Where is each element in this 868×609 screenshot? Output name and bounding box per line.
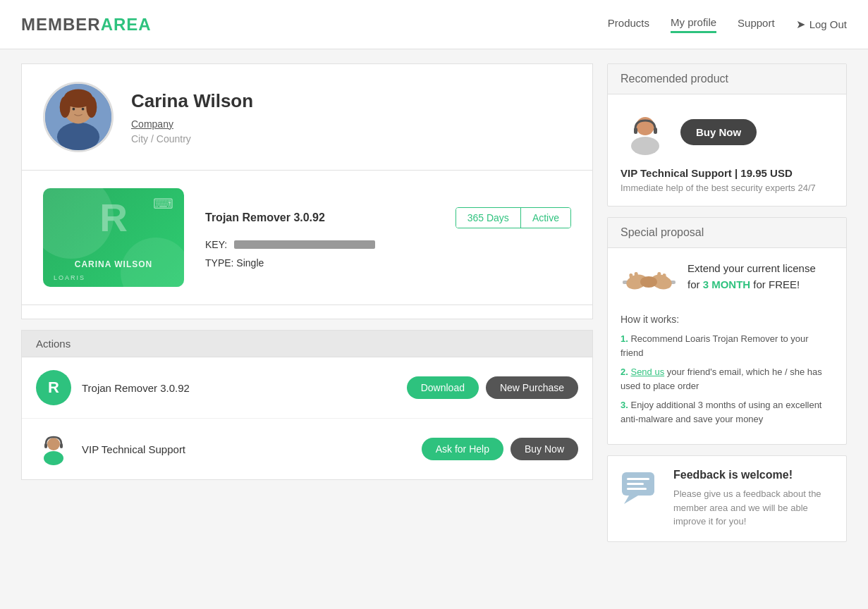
nav-support[interactable]: Support [738, 17, 775, 32]
vip-support-icon [36, 431, 71, 467]
license-key-label: KEY: [205, 239, 227, 250]
ask-for-help-button[interactable]: Ask for Help [422, 438, 503, 460]
proposal-content: Extend your current license for 3 MONTH … [621, 261, 833, 303]
avatar [43, 82, 114, 152]
license-product-name: Trojan Remover 3.0.92 [205, 211, 325, 224]
how-step-1: 1. Recommend Loaris Trojan Remover to yo… [621, 332, 833, 359]
action-row-vip: VIP Technical Support Ask for Help Buy N… [22, 419, 592, 479]
proposal-header: Special proposal [608, 218, 846, 248]
license-key-value [234, 240, 375, 249]
feedback-card: Feedback is welcome! Please give us a fe… [607, 455, 847, 542]
svg-point-22 [640, 276, 657, 288]
recommended-buy-now-button[interactable]: Buy Now [680, 119, 757, 145]
action-trojan-name: Trojan Remover 3.0.92 [82, 382, 396, 394]
logo-member-text: MEMBER [21, 15, 101, 34]
how-step-2: 2. Send us your friend's email, which he… [621, 365, 833, 393]
svg-point-10 [47, 438, 60, 450]
how-step-3: 3. Enjoy additional 3 months of using an… [621, 398, 833, 426]
step1-num: 1. [621, 333, 628, 344]
step2-num: 2. [621, 367, 628, 377]
logo: MEMBERAREA [21, 15, 152, 35]
recommended-header: Recomended product [608, 64, 846, 94]
profile-name: Carina Wilson [131, 90, 253, 112]
svg-rect-18 [654, 128, 657, 134]
feedback-desc: Please give us a feedback about the memb… [673, 487, 833, 529]
license-type-value: Single [236, 257, 264, 269]
proposal-highlight: 3 MONTH [703, 278, 751, 290]
action-vip-name: VIP Technical Support [82, 443, 411, 455]
license-days-badge: 365 Days [456, 208, 521, 228]
main-nav: Products My profile Support ➤ Log Out [608, 16, 847, 33]
new-purchase-button[interactable]: New Purchase [486, 376, 578, 399]
logout-button[interactable]: ➤ Log Out [796, 18, 847, 31]
profile-card: Carina Wilson Company City / Country [21, 63, 593, 171]
feedback-text-wrap: Feedback is welcome! Please give us a fe… [673, 469, 833, 529]
svg-point-11 [44, 451, 63, 465]
feedback-title: Feedback is welcome! [673, 469, 833, 481]
chat-icon [621, 469, 663, 511]
svg-rect-14 [60, 443, 63, 448]
license-screen-icon: ⌨ [153, 195, 173, 212]
license-badges: 365 Days Active [456, 207, 571, 228]
proposal-text-free: for FREE! [753, 278, 800, 290]
action-row-trojan: R Trojan Remover 3.0.92 Download New Pur… [22, 357, 592, 419]
license-logo-letter: R [99, 195, 128, 240]
proposal-text: Extend your current license for 3 MONTH … [687, 261, 816, 293]
license-card: R ⌨ CARINA WILSON LOARIS Trojan Remover … [21, 171, 593, 305]
feedback-content: Feedback is welcome! Please give us a fe… [621, 469, 833, 529]
svg-rect-13 [44, 443, 47, 448]
send-us-link[interactable]: Send us [630, 367, 664, 377]
license-type-label: TYPE: [205, 257, 233, 269]
profile-company[interactable]: Company [131, 118, 173, 130]
svg-marker-31 [624, 496, 638, 504]
license-card-name: CARINA WILSON [43, 259, 184, 269]
svg-rect-29 [627, 483, 644, 485]
license-card-brand: LOARIS [54, 274, 85, 281]
left-column: Carina Wilson Company City / Country R ⌨… [21, 63, 593, 542]
special-proposal-card: Special proposal [607, 217, 847, 445]
feedback-body: Feedback is welcome! Please give us a fe… [608, 456, 846, 541]
right-column: Recomended product Buy Now VIP Tec [607, 63, 847, 542]
svg-point-16 [631, 137, 659, 155]
logout-label: Log Out [809, 18, 847, 30]
license-header: Trojan Remover 3.0.92 365 Days Active [205, 207, 571, 228]
nav-my-profile[interactable]: My profile [671, 16, 716, 33]
svg-point-4 [60, 97, 71, 118]
recommended-product-icon [621, 107, 670, 156]
recommended-title: VIP Technical Support | 19.95 USD [621, 167, 833, 179]
svg-point-6 [73, 108, 75, 111]
trojan-product-icon: R [36, 370, 71, 405]
handshake-icon [621, 261, 677, 303]
license-key-row: KEY: [205, 239, 571, 250]
svg-point-1 [57, 123, 99, 150]
recommended-desc: Immediate help of the best security expe… [621, 183, 833, 193]
download-button[interactable]: Download [407, 376, 479, 399]
header: MEMBERAREA Products My profile Support ➤… [0, 0, 868, 49]
recommended-product-card: Recomended product Buy Now VIP Tec [607, 63, 847, 207]
nav-products[interactable]: Products [608, 17, 649, 32]
action-vip-buttons: Ask for Help Buy Now [422, 438, 578, 460]
svg-point-7 [82, 108, 85, 111]
recommended-body: Buy Now VIP Technical Support | 19.95 US… [608, 94, 846, 206]
proposal-body: Extend your current license for 3 MONTH … [608, 248, 846, 444]
vip-buy-now-button[interactable]: Buy Now [511, 438, 578, 460]
license-details: Trojan Remover 3.0.92 365 Days Active KE… [205, 207, 571, 269]
actions-header: Actions [22, 331, 592, 357]
svg-text:R: R [48, 379, 59, 396]
svg-rect-28 [627, 478, 649, 480]
license-visual: R ⌨ CARINA WILSON LOARIS [43, 188, 184, 287]
step3-text: Enjoy additional 3 months of using an ex… [621, 400, 821, 424]
step3-num: 3. [621, 400, 628, 410]
svg-rect-17 [634, 128, 637, 134]
logout-icon: ➤ [796, 18, 805, 31]
license-divider [21, 305, 593, 319]
profile-location: City / Country [131, 133, 253, 144]
svg-rect-30 [627, 488, 647, 490]
actions-card: Actions R Trojan Remover 3.0.92 Download… [21, 330, 593, 480]
svg-point-5 [86, 97, 97, 118]
how-it-works-title: How it works: [621, 314, 833, 325]
proposal-text-for: for [687, 278, 700, 290]
recommended-product-row: Buy Now [621, 107, 833, 156]
license-status-badge: Active [521, 208, 570, 228]
logo-area-text: AREA [101, 15, 152, 34]
